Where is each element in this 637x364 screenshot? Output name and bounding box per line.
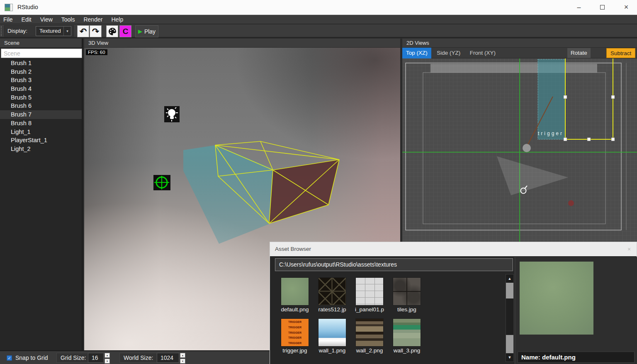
redo-icon: ↷ (92, 27, 100, 36)
scroll-down-icon[interactable]: ▼ (506, 353, 513, 362)
display-label: Display: (7, 28, 27, 34)
scene-item-playerstart1[interactable]: PlayerStart_1 (0, 136, 82, 145)
window-title: RStudio (17, 4, 38, 10)
view3d-viewport[interactable]: FPS: 60 (84, 48, 400, 350)
view3d-panel: 3D View FPS: 60 (84, 39, 400, 350)
grid-size-input[interactable]: 16 (88, 353, 104, 363)
scene-item-brush4[interactable]: Brush 4 (0, 85, 82, 93)
menu-help[interactable]: Help (111, 16, 128, 23)
display-mode-value: Textured (39, 28, 61, 34)
maximize-icon (600, 5, 605, 10)
asset-browser-close-icon[interactable]: × (624, 242, 634, 256)
asset-scrollbar[interactable]: ▲ ▼ (506, 274, 514, 362)
scroll-up-icon[interactable]: ▲ (506, 274, 513, 283)
display-mode-select[interactable]: Textured ▾ (36, 26, 71, 36)
chevron-down-icon: ▾ (63, 27, 71, 36)
view2d-panel: 2D Views Top (XZ) Side (YZ) Front (XY) R… (402, 39, 637, 242)
light-icon-2d (523, 144, 531, 152)
play-button[interactable]: ▶ Play (135, 25, 158, 37)
snap-to-grid-label: Snap to Grid (15, 354, 48, 361)
scene-item-brush3[interactable]: Brush 3 (0, 76, 82, 85)
tab-side-yz[interactable]: Side (YZ) (433, 48, 464, 58)
undo-button[interactable]: ↶ (77, 25, 89, 37)
palette-icon (108, 27, 117, 36)
texture-preview-image (520, 262, 593, 335)
app-icon (5, 4, 13, 11)
subtract-button[interactable]: Subtract (606, 48, 635, 58)
scene-item-brush6[interactable]: Brush 6 (0, 102, 82, 110)
wall-band-2d (430, 64, 597, 73)
fps-counter: FPS: 60 (86, 49, 107, 55)
menu-edit[interactable]: Edit (22, 16, 36, 23)
menu-view[interactable]: View (40, 16, 57, 23)
view2d-canvas (402, 58, 637, 242)
scene-item-brush8[interactable]: Brush 8 (0, 119, 82, 128)
grid-size-spinner[interactable]: ▲ ▼ (105, 353, 110, 363)
spinner-down-icon[interactable]: ▼ (180, 359, 185, 364)
asset-preview-pane: Name: default.png Type: Texture (515, 257, 637, 364)
view2d-header: 2D Views (402, 39, 637, 48)
scrollbar-thumb[interactable] (506, 298, 513, 335)
scene-item-light1[interactable]: Light_1 (0, 128, 82, 136)
scene-item-brush7-selected[interactable]: Brush 7 (0, 110, 82, 119)
spinner-up-icon[interactable]: ▲ (105, 353, 110, 358)
spinner-down-icon[interactable]: ▼ (105, 359, 110, 364)
snap-to-grid-checkbox[interactable]: ✓ (7, 355, 12, 361)
rotate-button[interactable]: Rotate (567, 48, 591, 58)
toolbar-grip (1, 26, 2, 36)
tab-top-xz[interactable]: Top (XZ) (402, 48, 431, 58)
scene-item-brush5[interactable]: Brush 5 (0, 93, 82, 102)
play-icon: ▶ (138, 28, 142, 34)
close-button[interactable]: × (617, 0, 635, 15)
scene-item-brush1[interactable]: Brush 1 (0, 59, 82, 68)
menu-bar: File Edit View Tools Render Help (0, 15, 637, 24)
scene-item-brush2[interactable]: Brush 2 (0, 68, 82, 76)
view3d-overlay (84, 48, 400, 350)
trigger-label: trigger (538, 131, 567, 136)
scene-item-light2[interactable]: Light_2 (0, 145, 82, 153)
entity-dot-2d (568, 200, 574, 206)
world-size-input[interactable]: 1024 (157, 353, 179, 363)
play-label: Play (144, 28, 156, 35)
maximize-button[interactable] (593, 0, 611, 15)
minimize-button[interactable]: – (570, 0, 588, 15)
menu-tools[interactable]: Tools (61, 16, 80, 23)
grid-size-label: Grid Size: (56, 353, 90, 363)
view2d-tab-bar: Top (XZ) Side (YZ) Front (XY) Rotate Sub… (402, 48, 637, 58)
world-size-spinner[interactable]: ▲ ▼ (180, 353, 185, 363)
scene-panel: Scene Brush 1 Brush 2 Brush 3 Brush 4 Br… (0, 39, 83, 350)
preview-name: Name: default.png (518, 352, 635, 363)
spinner-up-icon[interactable]: ▲ (180, 353, 185, 358)
tab-front-xy[interactable]: Front (XY) (466, 48, 499, 58)
view2d-viewport[interactable]: trigger (402, 58, 637, 242)
scene-search-input[interactable] (1, 49, 82, 58)
light-icon-3d (164, 106, 180, 122)
toolbar: Display: Textured ▾ ↶ ↷ C ▶ Play (0, 24, 637, 38)
menu-render[interactable]: Render (83, 16, 107, 23)
scene-panel-header: Scene (0, 39, 82, 48)
menu-file[interactable]: File (3, 16, 17, 23)
application-window: RStudio – × File Edit View Tools Render … (0, 0, 637, 364)
trigger-volume-3d (183, 145, 274, 244)
playerstart-icon-3d (153, 175, 170, 190)
view3d-header: 3D View (84, 39, 400, 48)
undo-icon: ↶ (80, 27, 87, 36)
title-bar: RStudio – × (0, 0, 637, 15)
redo-button[interactable]: ↷ (90, 25, 102, 37)
c-tool-button[interactable]: C (119, 25, 131, 37)
world-size-label: World Size: (119, 353, 157, 363)
palette-button[interactable] (106, 25, 118, 37)
